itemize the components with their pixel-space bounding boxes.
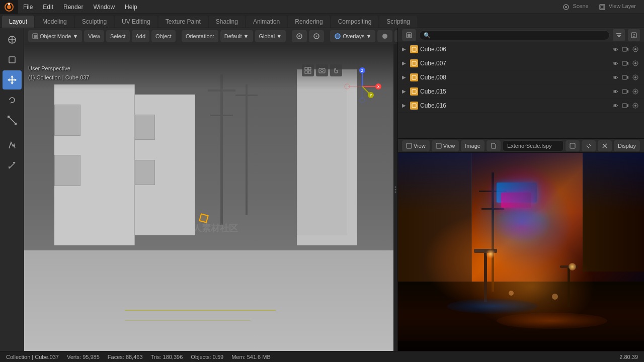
status-mem: Mem: 541.6 MB — [231, 354, 271, 360]
outliner-filter-icon[interactable] — [613, 29, 625, 41]
outliner-arrow-3: ▶ — [402, 88, 408, 94]
outliner-item-2[interactable]: ▶ Cube.008 — [398, 70, 644, 84]
grid-icon-btn[interactable] — [302, 64, 314, 76]
tab-shading[interactable]: Shading — [209, 16, 245, 28]
props-icon-close[interactable] — [598, 140, 612, 151]
vis-camera-3[interactable] — [621, 87, 630, 96]
select-btn[interactable]: Select — [106, 30, 130, 42]
svg-marker-83 — [627, 90, 628, 93]
svg-rect-6 — [601, 6, 604, 9]
add-btn[interactable]: Add — [132, 30, 150, 42]
tool-measure[interactable] — [3, 156, 22, 175]
tab-uv-editing[interactable]: UV Editing — [115, 16, 157, 28]
vis-render-0[interactable] — [631, 45, 640, 54]
tab-texture-paint[interactable]: Texture Paint — [158, 16, 208, 28]
outliner-filter-btn[interactable] — [402, 29, 416, 41]
props-image-btn[interactable]: Image — [461, 140, 485, 151]
vis-camera-4[interactable] — [621, 101, 630, 110]
menu-edit[interactable]: Edit — [38, 0, 58, 14]
svg-rect-57 — [408, 34, 411, 37]
props-view-btn-2[interactable]: View — [432, 140, 459, 151]
building-left — [54, 84, 135, 245]
svg-point-75 — [614, 76, 616, 78]
ground-line-1 — [125, 310, 276, 311]
global-btn[interactable]: Global ▼ — [255, 30, 286, 42]
tool-annotate[interactable] — [3, 136, 22, 155]
puddle-reflection-1 — [447, 299, 538, 314]
vis-eye-2[interactable] — [611, 73, 620, 82]
menu-help[interactable]: Help — [120, 0, 142, 14]
render-obj-2 — [552, 294, 558, 300]
hand-icon-btn[interactable] — [330, 64, 342, 76]
outliner-item-1[interactable]: ▶ Cube.007 — [398, 56, 644, 70]
vis-eye-0[interactable] — [611, 45, 620, 54]
menu-window[interactable]: Window — [88, 0, 120, 14]
tab-rendering[interactable]: Rendering — [288, 16, 330, 28]
svg-point-67 — [634, 48, 636, 50]
view-mode-btn[interactable]: Object Mode ▼ — [28, 30, 82, 42]
building-far-right — [297, 84, 347, 235]
render-info-bottom — [398, 341, 644, 351]
props-file-icon[interactable] — [487, 140, 501, 151]
props-display-btn[interactable]: Display — [614, 140, 640, 151]
tool-move[interactable] — [3, 70, 22, 89]
outliner-vis-2 — [611, 73, 640, 82]
props-view-btn-1[interactable]: View — [402, 140, 430, 151]
vis-eye-4[interactable] — [611, 101, 620, 110]
overlay-btn[interactable]: Overlays ▼ — [330, 30, 375, 42]
outliner-item-3[interactable]: ▶ Cube.015 — [398, 84, 644, 99]
viewport-drag-handle[interactable] — [393, 28, 397, 351]
orientation-label: Orientation: — [182, 30, 218, 42]
vis-render-1[interactable] — [631, 59, 640, 68]
viewport-shade-render[interactable] — [394, 30, 397, 42]
vis-camera-0[interactable] — [621, 45, 630, 54]
scene-background: 人人素材社区 — [24, 44, 397, 351]
tab-modeling[interactable]: Modeling — [35, 16, 74, 28]
menu-file[interactable]: File — [18, 0, 38, 14]
outliner-sort-icon[interactable] — [628, 29, 640, 41]
tab-sculpting[interactable]: Sculpting — [75, 16, 114, 28]
tool-select[interactable] — [3, 50, 22, 69]
vis-camera-2[interactable] — [621, 73, 630, 82]
viewport[interactable]: Object Mode ▼ View Select Add Object Ori… — [24, 28, 397, 351]
svg-rect-93 — [436, 143, 441, 148]
vis-render-2[interactable] — [631, 73, 640, 82]
outliner-name-1: Cube.007 — [420, 60, 609, 67]
tool-rotate[interactable] — [3, 90, 22, 110]
top-menu-bar: File Edit Render Window Help Scene View … — [0, 0, 644, 14]
vis-render-4[interactable] — [631, 101, 640, 110]
orientation-value[interactable]: Default ▼ — [220, 30, 253, 42]
svg-point-1 — [7, 5, 11, 9]
vis-eye-3[interactable] — [611, 87, 620, 96]
object-btn[interactable]: Object — [151, 30, 176, 42]
crossbar-1 — [208, 89, 235, 92]
view-btn[interactable]: View — [84, 30, 104, 42]
outliner-search[interactable] — [419, 30, 610, 40]
svg-text:Y: Y — [370, 94, 372, 97]
axis-gizmo[interactable]: Z X Y — [342, 66, 382, 107]
svg-marker-16 — [15, 78, 17, 81]
svg-point-54 — [395, 189, 396, 191]
tool-scale[interactable] — [3, 111, 22, 130]
outliner-item-0[interactable]: ▶ Cube.006 — [398, 42, 644, 56]
tab-layout[interactable]: Layout — [2, 16, 34, 28]
props-icon-2[interactable] — [582, 140, 596, 151]
viewport-scene[interactable]: 人人素材社区 User Perspective (1) Collection |… — [24, 44, 397, 351]
viewport-shade-solid[interactable] — [377, 30, 392, 42]
vis-camera-1[interactable] — [621, 59, 630, 68]
outliner-item-4[interactable]: ▶ Cube.016 — [398, 99, 644, 113]
main-area: Object Mode ▼ View Select Add Object Ori… — [0, 28, 644, 351]
snap-btn[interactable] — [292, 30, 307, 42]
tool-cursor[interactable] — [3, 30, 22, 49]
svg-rect-74 — [412, 75, 416, 79]
menu-render[interactable]: Render — [58, 0, 88, 14]
tab-animation[interactable]: Animation — [246, 16, 287, 28]
camera-icon-btn[interactable] — [316, 64, 328, 76]
tab-scripting[interactable]: Scripting — [379, 16, 417, 28]
props-icon-1[interactable] — [566, 140, 580, 151]
svg-point-29 — [316, 35, 317, 37]
vis-eye-1[interactable] — [611, 59, 620, 68]
proportional-btn[interactable] — [309, 30, 324, 42]
vis-render-3[interactable] — [631, 87, 640, 96]
tab-compositing[interactable]: Compositing — [331, 16, 379, 28]
